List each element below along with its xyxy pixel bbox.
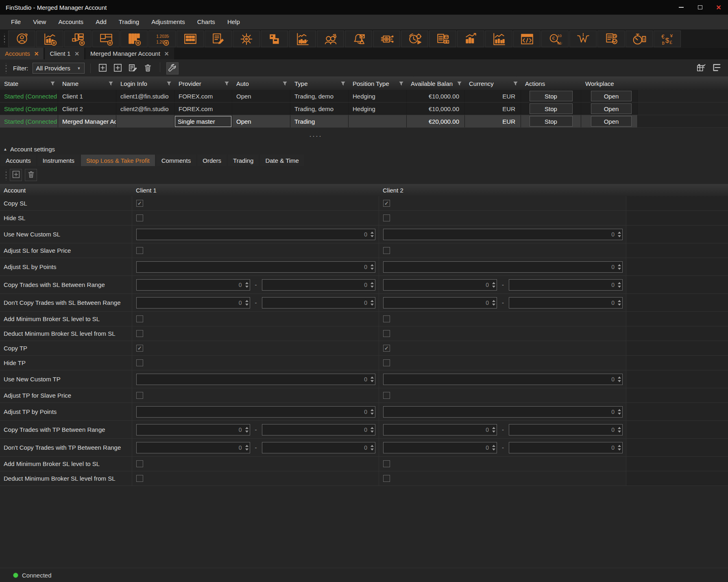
multi-chart-button[interactable] [289, 31, 316, 47]
layout-add-button[interactable] [64, 31, 92, 47]
workspace-add-button[interactable] [92, 31, 120, 47]
spin-down-icon[interactable] [618, 268, 621, 270]
spinner[interactable] [369, 280, 375, 290]
checkbox[interactable] [383, 475, 390, 482]
spinner[interactable] [369, 442, 375, 453]
drawdown-chart-button[interactable] [569, 31, 597, 47]
organization-button[interactable] [261, 31, 288, 47]
filter-funnel-icon[interactable] [50, 81, 55, 86]
tasks-button[interactable] [597, 31, 625, 47]
spin-up-icon[interactable] [245, 300, 248, 302]
market-chart-button[interactable] [485, 31, 512, 47]
spin-down-icon[interactable] [371, 304, 374, 306]
checkbox[interactable] [136, 330, 143, 337]
checkbox[interactable] [383, 392, 390, 399]
spin-down-icon[interactable] [492, 431, 495, 433]
spinner[interactable] [617, 407, 622, 417]
checkbox[interactable] [383, 214, 390, 221]
menu-help[interactable]: Help [221, 15, 246, 29]
spinner[interactable] [617, 229, 622, 240]
checkbox[interactable] [136, 460, 143, 467]
filterbar-grip[interactable] [4, 63, 8, 74]
add-row-button[interactable] [10, 169, 22, 181]
spinner[interactable] [244, 298, 250, 308]
checkbox-checked[interactable]: ✓ [136, 345, 143, 352]
checkbox-checked[interactable]: ✓ [383, 200, 390, 207]
spin-up-icon[interactable] [371, 376, 374, 379]
edit-note-button[interactable] [127, 62, 139, 74]
filter-funnel-icon[interactable] [166, 81, 172, 86]
spinner[interactable] [244, 424, 250, 435]
panel-splitter[interactable]: ···· [0, 128, 728, 144]
settings-tab-orders[interactable]: Orders [197, 155, 227, 166]
accounts-group-button[interactable] [317, 31, 344, 47]
spinner[interactable] [369, 407, 375, 417]
checkbox[interactable] [136, 247, 143, 254]
minimize-button[interactable] [672, 0, 691, 15]
menu-accounts[interactable]: Accounts [52, 15, 89, 29]
number-input[interactable]: 0 [383, 261, 623, 273]
spin-up-icon[interactable] [618, 232, 621, 234]
spin-up-icon[interactable] [371, 300, 374, 302]
spin-down-icon[interactable] [618, 380, 621, 382]
spin-up-icon[interactable] [371, 445, 374, 447]
column-chooser-button[interactable] [696, 63, 706, 74]
currency-converter-button[interactable]: €$¥£₿ [654, 31, 681, 47]
number-input[interactable]: 0 [383, 442, 497, 453]
tab-close-icon[interactable]: ✕ [164, 50, 169, 57]
spin-up-icon[interactable] [245, 445, 248, 447]
column-header-provider[interactable]: Provider [174, 77, 232, 90]
stop-button[interactable]: Stop [530, 116, 573, 127]
close-button[interactable]: ✕ [709, 0, 728, 15]
chart-add-button[interactable] [36, 31, 63, 47]
number-input[interactable]: 0 [383, 297, 497, 309]
spin-down-icon[interactable] [492, 286, 495, 288]
checkbox[interactable] [136, 315, 143, 322]
spin-up-icon[interactable] [492, 427, 495, 429]
account-add-button[interactable] [8, 31, 35, 47]
timer-info-button[interactable]: i [626, 31, 653, 47]
spin-up-icon[interactable] [371, 409, 374, 411]
checkbox[interactable] [136, 214, 143, 221]
menu-charts[interactable]: Charts [191, 15, 221, 29]
spin-down-icon[interactable] [371, 413, 374, 415]
settings-tab-instruments[interactable]: Instruments [37, 155, 80, 166]
tab-merged-manager-account[interactable]: Merged Manager Account✕ [85, 48, 174, 59]
number-input[interactable]: 0 [262, 424, 376, 435]
checkbox[interactable] [136, 392, 143, 399]
number-input[interactable]: 0 [136, 424, 250, 435]
number-input[interactable]: 0 [383, 229, 623, 240]
number-input[interactable]: 0 [262, 279, 376, 291]
number-input[interactable]: 0 [136, 442, 250, 453]
spinner[interactable] [617, 262, 622, 272]
checkbox[interactable] [383, 330, 390, 337]
filter-funnel-icon[interactable] [513, 81, 518, 86]
spinner[interactable] [369, 262, 375, 272]
spin-down-icon[interactable] [618, 235, 621, 237]
note-edit-button[interactable] [205, 31, 232, 47]
spin-down-icon[interactable] [371, 449, 374, 451]
number-input[interactable]: 0 [136, 261, 375, 273]
number-input[interactable]: 0 [383, 374, 623, 385]
spin-down-icon[interactable] [618, 286, 621, 288]
spinner[interactable] [617, 442, 622, 453]
spinner[interactable] [491, 442, 497, 453]
column-header-actions[interactable]: Actions [521, 77, 581, 90]
spin-down-icon[interactable] [618, 431, 621, 433]
spin-up-icon[interactable] [371, 264, 374, 266]
provider-edit-input[interactable]: Single master [175, 116, 231, 127]
menu-adjustments[interactable]: Adjustments [145, 15, 191, 29]
checkbox[interactable] [383, 247, 390, 254]
toolbar-grip[interactable] [2, 34, 7, 44]
filter-funnel-icon[interactable] [108, 81, 113, 86]
filter-funnel-icon[interactable] [340, 81, 346, 86]
spin-up-icon[interactable] [371, 427, 374, 429]
settings-tab-date-time[interactable]: Date & Time [260, 155, 304, 166]
filter-funnel-icon[interactable] [457, 81, 462, 86]
checkbox[interactable] [383, 359, 390, 366]
column-header-available-balan[interactable]: Available Balan [407, 77, 465, 90]
spin-down-icon[interactable] [245, 286, 248, 288]
column-header-auto[interactable]: Auto [232, 77, 290, 90]
settings-column-header-account[interactable]: Account [0, 184, 132, 196]
spin-up-icon[interactable] [245, 427, 248, 429]
